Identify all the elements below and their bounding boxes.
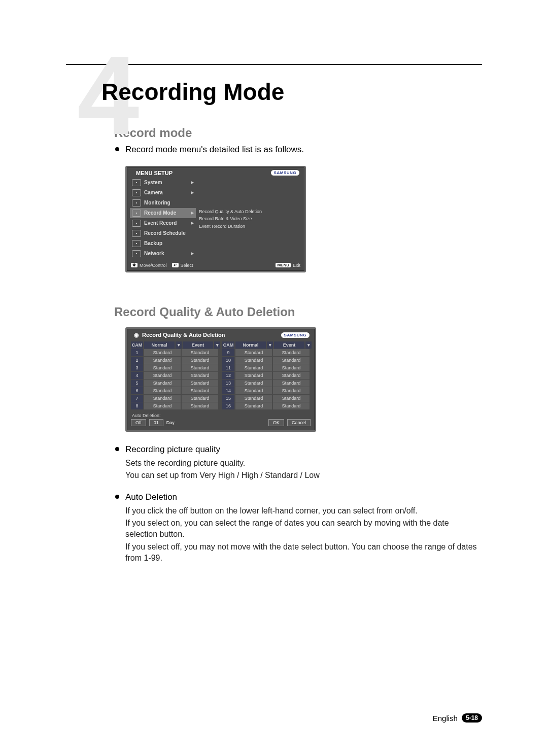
cell-normal[interactable]: Standard [144,380,181,387]
table-row[interactable]: 10StandardStandard [222,357,312,364]
table-row[interactable]: 12StandardStandard [222,372,312,379]
ad-line1: If you click the off button on the lower… [125,505,477,517]
cell-event[interactable]: Standard [182,357,218,364]
table-row[interactable]: 8StandardStandard [131,402,220,409]
cell-event[interactable]: Standard [182,395,218,402]
cell-normal[interactable]: Standard [144,372,181,379]
table-row[interactable]: 1StandardStandard [131,349,220,356]
cell-event[interactable]: Standard [273,364,310,371]
chevron-down-icon[interactable]: ▾ [267,341,273,349]
col-event[interactable]: Event [183,341,213,349]
cell-event[interactable]: Standard [273,349,310,356]
cell-normal[interactable]: Standard [235,349,272,356]
cell-normal[interactable]: Standard [144,395,181,402]
menu-item-label: Record Mode [144,210,188,216]
quality-table-right[interactable]: CAMNormal▾Event▾9StandardStandard10Stand… [222,341,312,410]
menu-setup-title: MENU SETUP [136,170,173,176]
auto-deletion-value[interactable]: 01 [149,419,163,426]
cell-event[interactable]: Standard [273,402,310,409]
cell-event[interactable]: Standard [182,372,218,379]
table-row[interactable]: 13StandardStandard [222,380,312,387]
cell-cam: 3 [131,364,143,371]
record-mode-heading: Record mode [114,126,477,140]
cell-cam: 7 [131,395,143,402]
page-number-badge: 5-18 [462,713,482,723]
submenu-item[interactable]: Event Record Duration [199,223,301,230]
ad-line3: If you select off, you may not move with… [125,541,477,564]
cell-event[interactable]: Standard [182,349,218,356]
cancel-button[interactable]: Cancel [287,419,311,426]
cell-normal[interactable]: Standard [144,387,181,394]
cell-event[interactable]: Standard [182,380,218,387]
col-event[interactable]: Event [274,341,304,349]
cell-cam: 11 [222,364,234,371]
menu-item-camera[interactable]: •Camera▶ [130,188,196,198]
cell-normal[interactable]: Standard [144,364,181,371]
cell-normal[interactable]: Standard [235,357,272,364]
cell-normal[interactable]: Standard [235,364,272,371]
menu-item-icon: • [132,230,141,237]
samsung-logo: SAMSUNG [271,170,299,176]
ok-button[interactable]: OK [268,419,284,426]
table-row[interactable]: 3StandardStandard [131,364,220,371]
cell-normal[interactable]: Standard [235,402,272,409]
cell-event[interactable]: Standard [273,372,310,379]
cell-normal[interactable]: Standard [144,402,181,409]
menu-item-backup[interactable]: •Backup [130,238,196,249]
chevron-down-icon[interactable]: ▾ [214,341,220,349]
cell-cam: 5 [131,380,143,387]
cell-normal[interactable]: Standard [235,395,272,402]
menu-setup-panel: MENU SETUP SAMSUNG •System▶•Camera▶•Moni… [125,166,306,272]
table-row[interactable]: 9StandardStandard [222,349,312,356]
table-row[interactable]: 14StandardStandard [222,387,312,394]
menu-item-label: Record Schedule [144,230,194,236]
cell-event[interactable]: Standard [273,395,310,402]
auto-deletion-label: Auto Deletion: [131,412,311,418]
table-row[interactable]: 11StandardStandard [222,364,312,371]
menu-item-icon: • [132,240,141,247]
cell-event[interactable]: Standard [273,387,310,394]
cell-event[interactable]: Standard [182,364,218,371]
quality-table-left[interactable]: CAMNormal▾Event▾1StandardStandard2Standa… [131,341,220,410]
menu-item-monitoring[interactable]: •Monitoring [130,198,196,208]
cell-cam: 15 [222,395,234,402]
cell-normal[interactable]: Standard [235,372,272,379]
submenu-item[interactable]: Record Rate & Video Size [199,215,301,222]
cell-normal[interactable]: Standard [235,387,272,394]
menu-item-record-mode[interactable]: •Record Mode▶ [130,208,196,218]
cell-event[interactable]: Standard [273,380,310,387]
submenu-item[interactable]: Record Quality & Auto Deletion [199,208,301,215]
col-normal[interactable]: Normal [144,341,175,349]
cell-event[interactable]: Standard [182,402,218,409]
menu-item-label: Backup [144,240,194,246]
table-row[interactable]: 7StandardStandard [131,395,220,402]
chevron-down-icon[interactable]: ▾ [305,341,312,349]
menu-item-event-record[interactable]: •Event Record▶ [130,218,196,228]
cell-event[interactable]: Standard [182,387,218,394]
cell-cam: 2 [131,357,143,364]
record-quality-panel: ◉ Record Quality & Auto Deletion SAMSUNG… [125,327,316,432]
menu-item-system[interactable]: •System▶ [130,178,196,188]
page-footer: English 5-18 [433,713,482,723]
table-row[interactable]: 16StandardStandard [222,402,312,409]
menu-setup-list[interactable]: •System▶•Camera▶•Monitoring•Record Mode▶… [130,178,196,259]
auto-deletion-toggle[interactable]: Off [131,419,146,426]
menu-item-label: System [144,180,188,185]
cell-normal[interactable]: Standard [144,357,181,364]
cell-cam: 16 [222,402,234,409]
col-normal[interactable]: Normal [235,341,266,349]
cell-event[interactable]: Standard [273,357,310,364]
table-row[interactable]: 2StandardStandard [131,357,220,364]
record-quality-panel-title: Record Quality & Auto Deletion [142,332,225,338]
table-row[interactable]: 15StandardStandard [222,395,312,402]
menu-item-record-schedule[interactable]: •Record Schedule [130,228,196,238]
table-row[interactable]: 5StandardStandard [131,380,220,387]
table-row[interactable]: 4StandardStandard [131,372,220,379]
cell-cam: 13 [222,380,234,387]
menu-item-network[interactable]: •Network▶ [130,249,196,259]
chevron-down-icon[interactable]: ▾ [176,341,182,349]
cell-normal[interactable]: Standard [144,349,181,356]
cell-cam: 9 [222,349,234,356]
cell-normal[interactable]: Standard [235,380,272,387]
table-row[interactable]: 6StandardStandard [131,387,220,394]
